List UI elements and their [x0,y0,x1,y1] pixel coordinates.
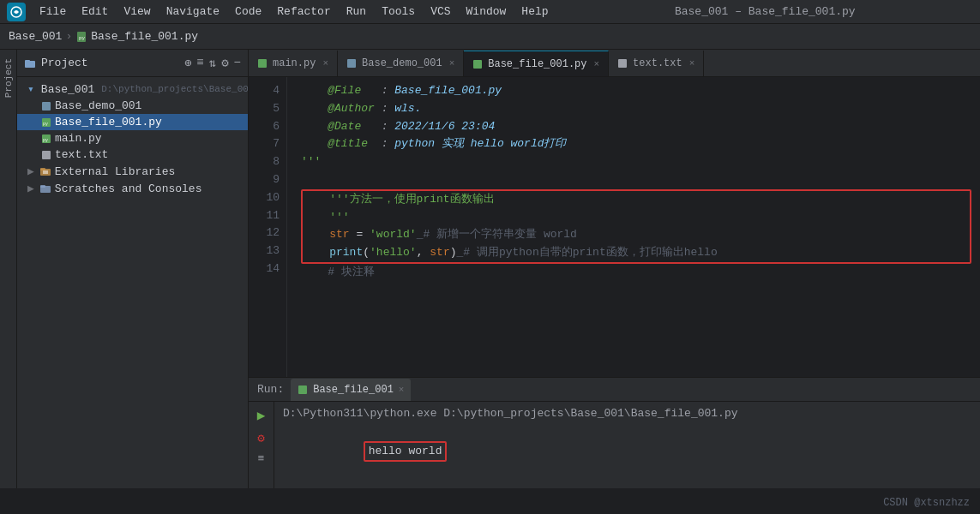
code-editor: 4 5 6 7 8 9 10 11 12 13 14 @File : Base_… [249,77,980,377]
line-num: 13 [249,242,286,260]
tree-item-main[interactable]: py main.py [17,130,248,146]
run-spacer [283,480,971,488]
code-line-6: @Date : 2022/11/6 23:04 [301,118,980,136]
menu-navigate[interactable]: Navigate [159,3,226,20]
txt-file-icon [41,150,51,160]
tab-close[interactable]: × [689,58,695,69]
menu-refactor[interactable]: Refactor [270,3,337,20]
line-numbers: 4 5 6 7 8 9 10 11 12 13 14 [249,77,287,377]
tabs-bar: main.py × Base_demo_001 × Base_file_001.… [249,50,980,77]
tab-base-file[interactable]: Base_file_001.py × [464,51,609,76]
menu-view[interactable]: View [117,3,157,20]
menu-file[interactable]: File [33,3,73,20]
tree-sort-icon[interactable]: ⇅ [209,56,216,70]
tab-label: Base_demo_001 [362,57,442,69]
breadcrumb: Base_001 › py Base_file_001.py [0,24,980,50]
menu-run[interactable]: Run [340,3,373,20]
line-num: 7 [249,135,286,153]
tree-item-scratches[interactable]: ▶ Scratches and Consoles [17,180,248,197]
tree-item-text[interactable]: text.txt [17,146,248,163]
menu-window[interactable]: Window [460,3,514,20]
breadcrumb-file[interactable]: Base_file_001.py [91,30,198,43]
tab-demo-icon [346,58,357,69]
tab-label: main.py [273,57,316,69]
code-line-7: @title : python 实现 hello world打印 [301,135,980,153]
tree-root[interactable]: ▾ Base_001 D:\python_projects\Base_001 [17,81,248,98]
breadcrumb-sep: › [65,30,72,43]
svg-rect-21 [473,60,482,69]
window-title: Base_001 – Base_file_001.py [675,5,856,18]
tab-base-demo[interactable]: Base_demo_001 × [338,51,464,76]
app-logo [7,3,26,21]
tree-minimize-icon[interactable]: − [234,56,241,70]
tree-collapse-icon[interactable]: ≡ [196,56,203,70]
tab-close[interactable]: × [449,58,455,69]
tree-item-ext-libs[interactable]: ▶ External Libraries [17,163,248,180]
tree-item-label: main.py [55,132,102,145]
line-num: 8 [249,153,286,171]
svg-rect-7 [42,102,51,111]
svg-rect-12 [42,151,51,159]
svg-rect-18 [40,185,45,188]
run-label: Run: [257,383,284,396]
line-num: 5 [249,100,286,118]
scratches-icon [39,183,51,194]
svg-rect-22 [618,59,627,68]
line-num: 14 [249,260,286,278]
project-label[interactable]: Project [3,58,14,98]
tree-settings-icon[interactable]: ⚙ [221,56,228,70]
code-line-5: @Author : wls. [301,100,980,118]
tree-root-path: D:\python_projects\Base_001 [101,84,248,94]
tree-item-base-file[interactable]: py Base_file_001.py [17,114,248,130]
run-play-button[interactable]: ▶ [257,407,266,424]
code-line-8: ''' [301,153,980,171]
run-left-buttons: ▶ ⚙ ≡ [249,402,274,488]
tree-root-name: Base_001 [41,83,94,96]
ext-libs-icon [39,166,51,176]
run-content: ▶ ⚙ ≡ D:\Python311\python.exe D:\python_… [249,402,980,488]
tree-item-base-demo[interactable]: Base_demo_001 [17,98,248,114]
menu-edit[interactable]: Edit [75,3,115,20]
line-num: 12 [249,224,286,242]
highlighted-code-block: '''方法一，使用print函数输出 ''' str = 'world'_# 新… [301,189,971,264]
tree-item-label: text.txt [55,148,108,161]
svg-text:py: py [43,138,48,143]
tab-text-txt[interactable]: text.txt × [609,51,704,76]
run-tab-label: Base_file_001 [313,384,394,396]
run-more-button[interactable]: ≡ [258,452,265,465]
folder-icon [24,57,36,69]
tree-add-icon[interactable]: ⊕ [184,56,191,70]
run-tabs-bar: Run: Base_file_001 × [249,378,980,402]
run-stop-button[interactable]: ⚙ [257,431,264,445]
code-content[interactable]: @File : Base_file_001.py @Author : wls. … [287,77,980,377]
tab-main-py[interactable]: main.py × [249,51,338,76]
tab-close[interactable]: × [593,59,599,69]
menu-code[interactable]: Code [228,3,268,20]
tree-title: Project [41,57,88,69]
side-panel: Project [0,50,17,488]
svg-rect-19 [258,59,267,68]
menu-help[interactable]: Help [514,3,555,20]
svg-rect-23 [298,386,307,394]
menu-vcs[interactable]: VCS [424,3,457,20]
svg-text:py: py [43,122,48,127]
code-line-13: print('hello', str)_# 调用python自带的print函数… [303,244,970,262]
tree-item-label: Scratches and Consoles [55,182,202,195]
svg-rect-4 [25,60,30,63]
code-line-9 [301,171,980,189]
run-tab-base-file[interactable]: Base_file_001 × [291,379,411,401]
svg-rect-14 [40,168,45,170]
breadcrumb-project[interactable]: Base_001 [9,30,62,43]
code-line-14: # 块注释 [301,264,980,282]
run-tab-close[interactable]: × [399,385,405,395]
tree-toolbar: ⊕ ≡ ⇅ ⚙ − [184,56,241,70]
tab-close[interactable]: × [322,58,328,69]
run-command: D:\Python311\python.exe D:\python_projec… [283,405,971,423]
line-num: 11 [249,207,286,225]
code-line-12: str = 'world'_# 新增一个字符串变量 world [303,226,970,244]
watermark: CSDN @xtsnzhzz [883,497,970,509]
menu-tools[interactable]: Tools [375,3,422,20]
line-num: 10 [249,189,286,207]
tree-item-label: Base_file_001.py [55,116,162,128]
py-file-icon: py [41,117,51,128]
